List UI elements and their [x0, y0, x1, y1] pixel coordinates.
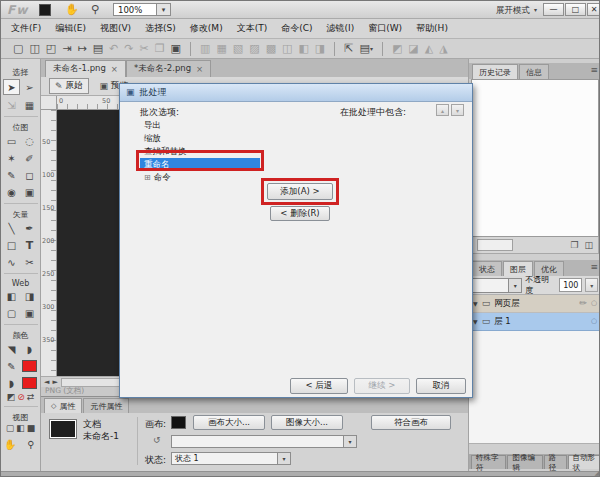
new-document-icon[interactable]: ▢ — [13, 43, 23, 54]
maximize-button[interactable]: □ — [565, 3, 586, 16]
canvas-size-button[interactable]: 画布大小... — [193, 415, 265, 430]
menu-commands[interactable]: 命令(C) — [281, 22, 312, 35]
slice-tool-icon[interactable]: ◨ — [22, 289, 37, 303]
tab-path[interactable]: 路径 — [544, 455, 567, 469]
resize-grip-icon[interactable]: ◢ — [595, 470, 600, 477]
magnifier-icon[interactable]: ⚲ — [91, 4, 99, 15]
tab-optimize[interactable]: 优化 — [534, 261, 564, 276]
tab-close-icon[interactable]: × — [111, 64, 118, 74]
menu-window[interactable]: 窗口(W) — [368, 22, 402, 35]
subselection-tool-icon[interactable]: ➢ — [22, 80, 37, 94]
menu-modify[interactable]: 修改(M) — [190, 22, 223, 35]
pencil-tool-icon[interactable]: ✎ — [4, 168, 19, 182]
layer-row-web-layer[interactable]: ▼ ▭ 网页层 ✏ ○ — [469, 295, 600, 313]
minimize-button[interactable]: — — [543, 3, 564, 16]
scale-tool-icon[interactable]: ⇲ — [4, 98, 19, 112]
send-back-icon[interactable]: ◮ — [439, 43, 447, 54]
blend-mode-select[interactable]: ▾ — [472, 278, 522, 293]
full-screen-menu-mode-icon[interactable]: ◧ — [16, 424, 25, 433]
batch-option-rename[interactable]: 重命名 — [140, 158, 260, 171]
tab-special-characters[interactable]: 特殊字符 — [471, 455, 506, 469]
add-button[interactable]: 添加(A) > — [267, 183, 333, 200]
fill-color-swatch[interactable] — [22, 377, 37, 389]
opacity-stepper-icon[interactable]: ▾ — [585, 278, 598, 292]
hand-tool-icon[interactable]: ✋ — [3, 437, 18, 451]
move-down-button[interactable]: ▾ — [451, 104, 464, 116]
layer-state-circle-icon[interactable]: ○ — [591, 318, 597, 325]
export-area-button[interactable]: ▤ ▾ — [359, 43, 372, 54]
batch-options-list[interactable]: 导出 缩放 查找和替换 重命名 ⊞ 命令 — [140, 117, 260, 355]
menu-help[interactable]: 帮助(H) — [416, 22, 448, 35]
stroke-color-swatch[interactable] — [22, 360, 37, 372]
image-size-button[interactable]: 图像大小... — [271, 415, 343, 430]
cut-icon[interactable]: ✂ — [140, 43, 149, 54]
tab-close-icon[interactable]: × — [196, 64, 203, 74]
layer-row-layer-1[interactable]: ▼ ▭ 层 1 ○ — [469, 313, 600, 331]
batch-option-scale[interactable]: 缩放 — [140, 132, 260, 145]
panel-menu-icon[interactable]: ≡ — [590, 263, 598, 272]
no-color-icon[interactable]: ⊘ — [17, 393, 25, 402]
hotspot-tool-icon[interactable]: ◧ — [4, 289, 19, 303]
layers-list-empty-area[interactable] — [469, 331, 600, 444]
history-list[interactable] — [471, 79, 599, 237]
undo-icon[interactable]: ↶ — [109, 43, 118, 54]
tab-layers[interactable]: 图层 — [503, 261, 533, 276]
menu-view[interactable]: 视图(V) — [100, 22, 131, 35]
group-icon[interactable]: ▥ — [200, 43, 210, 54]
free-transform-icon[interactable]: ⇱ — [344, 43, 353, 54]
previous-state-icon[interactable]: ◄ — [44, 379, 49, 386]
zoom-level-select[interactable]: 100% ▾ — [113, 3, 171, 16]
line-tool-icon[interactable]: ╲ — [4, 221, 19, 235]
continue-button[interactable]: 继续 > — [354, 378, 410, 394]
hide-slices-icon[interactable]: ▢ — [4, 306, 19, 320]
blur-tool-icon[interactable]: ◉ — [4, 185, 19, 199]
remove-button[interactable]: < 删除(R) — [270, 206, 330, 221]
original-view-button[interactable]: ✎ 原始 — [49, 78, 89, 94]
dialog-title-bar[interactable]: ▣ 批处理 — [120, 84, 472, 102]
punch-icon[interactable]: ◧ — [298, 43, 308, 54]
expand-mode-button[interactable]: 展开模式 — [496, 5, 530, 17]
join-icon[interactable]: ▧ — [233, 43, 243, 54]
intersect-icon[interactable]: ◫ — [282, 43, 292, 54]
pen-tool-icon[interactable]: ✒ — [22, 221, 37, 235]
magic-wand-tool-icon[interactable]: ✶ — [4, 151, 19, 165]
zoom-dropdown-icon[interactable]: ▾ — [156, 4, 170, 15]
fill-color-icon[interactable]: ◗ — [4, 376, 19, 390]
default-colors-icon[interactable]: ◩ — [7, 393, 16, 402]
brush-tool-icon[interactable]: ✐ — [22, 151, 37, 165]
pointer-tool-icon[interactable]: ➤ — [3, 79, 20, 95]
revert-icon[interactable]: ↺ — [153, 436, 161, 445]
crop-tool-icon[interactable]: ▦ — [22, 98, 37, 112]
tab-history[interactable]: 历史记录 — [472, 64, 518, 79]
rubber-stamp-tool-icon[interactable]: ▣ — [22, 185, 37, 199]
next-state-icon[interactable]: ► — [52, 379, 57, 386]
batch-option-commands[interactable]: ⊞ 命令 — [140, 171, 260, 184]
marquee-tool-icon[interactable]: ▭ — [4, 134, 19, 148]
align-center-icon[interactable]: ◪ — [408, 43, 418, 54]
batch-option-export[interactable]: 导出 — [140, 119, 260, 132]
canvas-history-select[interactable]: ▾ — [171, 435, 357, 448]
menu-text[interactable]: 文本(T) — [237, 22, 268, 35]
rectangle-tool-icon[interactable]: □ — [4, 238, 19, 252]
include-in-batch-list[interactable] — [340, 117, 462, 355]
tab-states[interactable]: 状态 — [472, 261, 502, 276]
cancel-button[interactable]: 取消 — [416, 378, 466, 394]
stroke-color-icon[interactable]: ✎ — [4, 359, 19, 373]
document-tab-untitled-2[interactable]: *未命名-2.png × — [126, 60, 211, 77]
close-button[interactable]: ✕ — [587, 3, 600, 16]
open-icon[interactable]: ◰ — [46, 43, 56, 54]
eyedropper-tool-icon[interactable]: ◥ — [4, 342, 19, 356]
import-icon[interactable]: ⇥ — [62, 43, 71, 54]
knife-tool-icon[interactable]: ✂ — [22, 255, 37, 269]
replay-steps-icon[interactable]: ❐ — [570, 241, 578, 250]
lasso-tool-icon[interactable]: ◌ — [22, 134, 37, 148]
union-icon[interactable]: ▩ — [266, 43, 276, 54]
back-button[interactable]: < 后退 — [290, 378, 348, 394]
export-icon[interactable]: ↦ — [77, 43, 86, 54]
show-slices-icon[interactable]: ▣ — [22, 306, 37, 320]
bring-front-icon[interactable]: ◭ — [425, 43, 433, 54]
print-icon[interactable]: ▤ — [93, 43, 103, 54]
tab-symbol-properties[interactable]: 元件属性 — [83, 398, 129, 413]
hand-tool-icon[interactable]: ✋ — [65, 4, 79, 15]
split-icon[interactable]: ▨ — [249, 43, 259, 54]
